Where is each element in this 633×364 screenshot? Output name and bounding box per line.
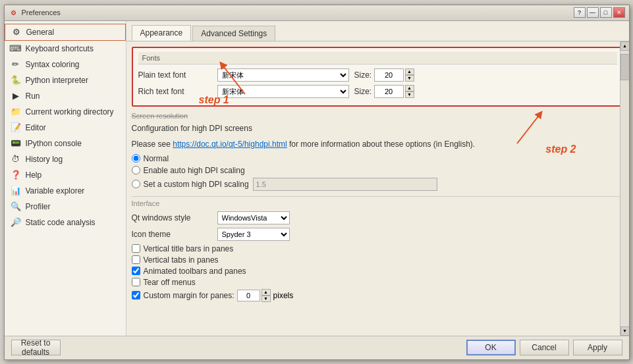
- sidebar-label-editor: Editor: [26, 123, 46, 132]
- ok-button[interactable]: OK: [466, 340, 516, 355]
- checkbox-vertical-tabs-row: Vertical tabs in panes: [132, 255, 624, 265]
- sidebar-label-python: Python interpreter: [26, 76, 88, 85]
- sidebar-item-python[interactable]: 🐍 Python interpreter: [5, 72, 126, 88]
- rich-font-label: Rich text font: [138, 87, 217, 96]
- python-icon: 🐍: [10, 75, 22, 86]
- ipython-icon: 📟: [10, 138, 22, 149]
- sidebar-item-ipython[interactable]: 📟 IPython console: [5, 136, 126, 151]
- preferences-window: ⚙ Preferences ? — □ ✕ ⚙ General ⌨ Keyboa…: [4, 5, 630, 360]
- radio-normal-label: Normal: [144, 154, 169, 163]
- sidebar-item-syntax[interactable]: ✏ Syntax coloring: [5, 57, 126, 72]
- checkbox-tearoff[interactable]: [132, 278, 140, 286]
- radio-custom-label: Set a custom high DPI scaling: [144, 180, 249, 189]
- sidebar-label-variable: Variable explorer: [26, 186, 85, 195]
- sidebar-item-cwd[interactable]: 📁 Current working directory: [5, 104, 126, 120]
- rich-size-input[interactable]: 20: [374, 85, 404, 98]
- close-button[interactable]: ✕: [613, 7, 625, 18]
- qt-style-select[interactable]: WindowsVista: [217, 211, 290, 224]
- window-title: Preferences: [22, 9, 574, 16]
- checkbox-vertical-title-row: Vertical title bars in panes: [132, 244, 624, 253]
- plain-font-label: Plain text font: [138, 70, 217, 80]
- plain-font-select[interactable]: 新宋体: [217, 68, 349, 82]
- margin-up[interactable]: ▲: [261, 289, 271, 296]
- plain-size-input[interactable]: 20: [374, 68, 404, 82]
- cwd-icon: 📁: [10, 107, 22, 117]
- sidebar-label-static: Static code analysis: [26, 218, 96, 227]
- rich-size-down[interactable]: ▼: [405, 91, 414, 98]
- checkbox-margin-row: Custom margin for panes: 0 ▲ ▼ pixels: [132, 289, 624, 302]
- sidebar-item-run[interactable]: ▶ Run: [5, 88, 126, 104]
- reset-defaults-button[interactable]: Reset to defaults: [11, 340, 61, 355]
- rich-font-select[interactable]: 新宋体: [217, 85, 349, 98]
- syntax-icon: ✏: [10, 59, 22, 70]
- plain-size-down[interactable]: ▼: [405, 75, 414, 82]
- tabs-bar: Appearance Advanced Settings: [126, 21, 629, 41]
- plain-size-up[interactable]: ▲: [405, 68, 414, 75]
- margin-unit-label: pixels: [273, 291, 294, 300]
- margin-down[interactable]: ▼: [261, 296, 271, 302]
- sidebar-label-history: History log: [26, 155, 63, 164]
- custom-dpi-input[interactable]: 1.5: [253, 178, 437, 191]
- minimize-button[interactable]: —: [587, 7, 599, 18]
- sidebar-item-variable[interactable]: 📊 Variable explorer: [5, 183, 126, 199]
- resolution-section: Screen resolution Configuration for high…: [132, 112, 624, 191]
- checkbox-animated[interactable]: [132, 267, 140, 275]
- icon-theme-label: Icon theme: [132, 230, 217, 239]
- checkbox-vertical-title-label: Vertical title bars in panes: [144, 244, 234, 253]
- margin-value-input[interactable]: 0: [237, 290, 260, 301]
- checkbox-animated-row: Animated toolbars and panes: [132, 267, 624, 276]
- resolution-title: Screen resolution: [132, 112, 624, 120]
- sidebar-item-editor[interactable]: 📝 Editor: [5, 120, 126, 136]
- profiler-icon: 🔍: [10, 201, 22, 212]
- sidebar-label-syntax: Syntax coloring: [26, 60, 80, 69]
- fonts-section: Fonts Plain text font 新宋体 Size: 20 ▲ ▼: [132, 47, 624, 107]
- sidebar-item-static[interactable]: 🔎 Static code analysis: [5, 215, 126, 230]
- sidebar-label-run: Run: [26, 91, 40, 101]
- plain-size-spinner: ▲ ▼: [405, 68, 414, 82]
- maximize-button[interactable]: □: [600, 7, 612, 18]
- radio-auto-label: Enable auto high DPI scaling: [144, 166, 245, 175]
- sidebar-item-general[interactable]: ⚙ General: [5, 24, 126, 41]
- qt-style-label: Qt windows style: [132, 213, 217, 222]
- checkbox-tearoff-label: Tear off menus: [144, 278, 196, 287]
- radio-normal-row: Normal: [132, 154, 624, 163]
- rich-font-row: Rich text font 新宋体 Size: 20 ▲ ▼: [138, 85, 617, 98]
- cancel-button[interactable]: Cancel: [520, 340, 569, 355]
- sidebar-label-cwd: Current working directory: [26, 107, 114, 117]
- radio-auto-row: Enable auto high DPI scaling: [132, 166, 624, 175]
- tab-appearance[interactable]: Appearance: [132, 25, 192, 41]
- sidebar-item-help[interactable]: ❓ Help: [5, 167, 126, 183]
- radio-auto[interactable]: [132, 166, 140, 174]
- radio-custom[interactable]: [132, 180, 140, 188]
- rich-size-up[interactable]: ▲: [405, 85, 414, 91]
- scroll-up-button[interactable]: ▲: [620, 41, 629, 51]
- checkbox-margin[interactable]: [132, 291, 140, 299]
- qt-style-row: Qt windows style WindowsVista: [132, 211, 624, 224]
- help-button[interactable]: ?: [574, 7, 586, 18]
- icon-theme-select[interactable]: Spyder 3: [217, 228, 290, 241]
- plain-size-label: Size:: [354, 70, 374, 80]
- sidebar-item-keyboard[interactable]: ⌨ Keyboard shortcuts: [5, 41, 126, 57]
- radio-normal[interactable]: [132, 154, 140, 163]
- apply-button[interactable]: Apply: [573, 340, 622, 355]
- scroll-down-button[interactable]: ▼: [620, 326, 629, 336]
- resolution-desc-start: Please see: [132, 140, 173, 149]
- resolution-desc-text: Configuration for high DPI screens: [132, 124, 252, 133]
- sidebar-label-help: Help: [26, 170, 42, 180]
- resolution-link[interactable]: https://doc.qt.io/qt-5/highdpi.html: [173, 140, 287, 149]
- tab-advanced-settings[interactable]: Advanced Settings: [192, 26, 275, 41]
- general-icon: ⚙: [11, 27, 22, 38]
- scrollbar: ▲ ▼: [620, 41, 629, 336]
- footer: Reset to defaults OK Cancel Apply: [5, 336, 629, 359]
- checkbox-vertical-title[interactable]: [132, 244, 140, 253]
- checkbox-vertical-tabs-label: Vertical tabs in panes: [144, 255, 219, 265]
- scroll-thumb[interactable]: [620, 54, 629, 80]
- history-icon: ⏱: [10, 154, 22, 165]
- sidebar-label-general: General: [26, 28, 55, 37]
- icon-theme-row: Icon theme Spyder 3: [132, 228, 624, 241]
- rich-size-spinner: ▲ ▼: [405, 85, 414, 98]
- sidebar-item-profiler[interactable]: 🔍 Profiler: [5, 199, 126, 215]
- checkbox-vertical-tabs[interactable]: [132, 255, 140, 264]
- sidebar-item-history[interactable]: ⏱ History log: [5, 151, 126, 167]
- checkbox-margin-label: Custom margin for panes:: [144, 291, 234, 300]
